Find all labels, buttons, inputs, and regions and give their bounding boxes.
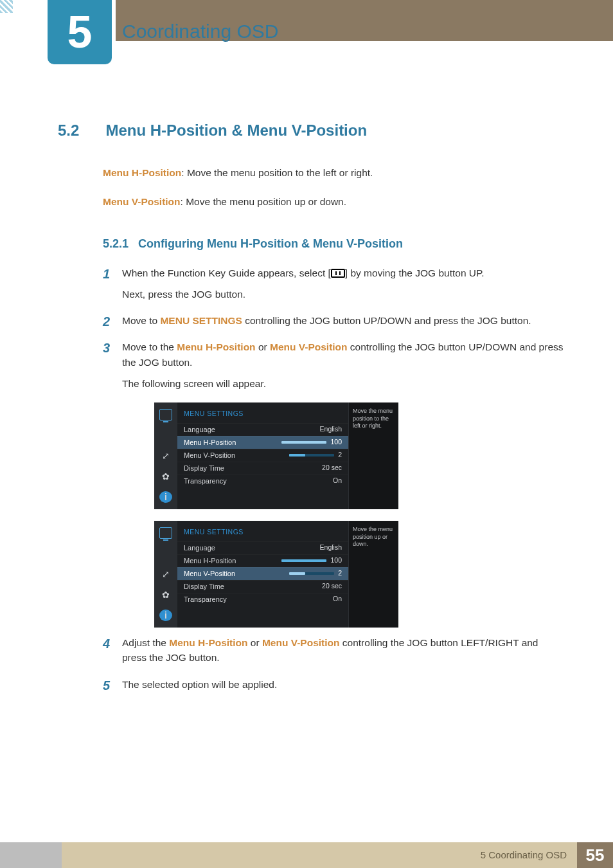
osd-label-displaytime: Display Time [184,463,224,474]
gear-icon: ✿ [159,471,172,482]
slider-vpos [289,454,334,457]
step-5: The selected option will be applied. [103,677,565,692]
osd-label-vpos: Menu V-Position [184,450,235,461]
step-3-mid: or [256,341,270,352]
term-h-position: Menu H-Position [103,167,181,178]
section-heading: 5.2 Menu H-Position & Menu V-Position [58,119,565,142]
osd-value-displaytime-2: 20 sec [322,581,342,592]
step-1-next: Next, press the JOG button. [122,287,565,302]
step-3-a: Move to the [122,341,177,352]
page-number: 55 [577,842,613,868]
footer-chapter-label: 5 Coordinating OSD [62,842,577,868]
step-1: When the Function Key Guide appears, sel… [103,266,565,302]
section-title: Menu H-Position & Menu V-Position [105,122,367,139]
osd-tip-h: Move the menu position to the left or ri… [348,402,398,509]
step-4-mid: or [248,637,262,648]
osd-row-display-time: Display Time 20 sec [177,462,348,475]
list-icon [159,429,172,441]
step-2-b: controlling the JOG button UP/DOWN and p… [242,315,531,326]
osd-value-displaytime: 20 sec [322,463,342,473]
osd-row-h-position-selected: Menu H-Position 100 [177,436,348,449]
list-icon [159,548,172,559]
osd-value-vpos-2: 2 [338,568,342,579]
osd-row-language-2: Language English [177,541,348,554]
info-icon: i [159,610,172,621]
osd-value-hpos: 100 [330,437,342,448]
osd-tip-v: Move the menu position up or down. [348,521,398,628]
osd-row-transparency: Transparency On [177,475,348,487]
step-1-text-b: ] by moving the JOG button UP. [345,267,484,278]
term-menu-v: Menu V-Position [270,341,348,352]
steps-list: When the Function Key Guide appears, sel… [103,266,565,392]
osd-label-displaytime-2: Display Time [184,581,224,592]
subsection-number: 5.2.1 [103,237,129,250]
page-footer: 5 Coordinating OSD 55 [0,842,613,868]
content-area: 5.2 Menu H-Position & Menu V-Position Me… [58,119,565,703]
step-2: Move to MENU SETTINGS controlling the JO… [103,313,565,328]
osd-panel-v-position: ⤢ ✿ i MENU SETTINGS Language English Men… [154,521,398,628]
step-1-text-a: When the Function Key Guide appears, sel… [122,267,331,278]
subsection-title: Configuring Menu H-Position & Menu V-Pos… [138,237,403,250]
osd-label-transparency: Transparency [184,476,227,487]
term-menu-v-2: Menu V-Position [262,637,340,648]
definition-v: Menu V-Position: Move the menu position … [103,194,565,209]
osd-value-language: English [320,424,342,435]
step-3-next: The following screen will appear. [122,376,565,391]
definition-h-text: : Move the menu position to the left or … [181,167,373,178]
definition-h: Menu H-Position: Move the menu position … [103,165,565,180]
osd-value-vpos: 2 [338,450,342,460]
step-2-a: Move to [122,315,160,326]
osd-icon-bar: ⤢ ✿ i [154,402,177,509]
osd-row-transparency-2: Transparency On [177,593,348,606]
corner-hatch [0,0,13,13]
slider-hpos [281,441,326,444]
slider-vpos-2 [289,572,334,575]
chapter-title: Coordinating OSD [122,17,278,46]
osd-row-v-position: Menu V-Position 2 [177,449,348,462]
osd-label-hpos-2: Menu H-Position [184,556,236,566]
osd-icon-bar-2: ⤢ ✿ i [154,521,177,628]
section-number: 5.2 [58,119,103,142]
osd-figures: ⤢ ✿ i MENU SETTINGS Language English Men… [103,402,565,628]
osd-label-transparency-2: Transparency [184,594,227,605]
steps-list-2: Adjust the Menu H-Position or Menu V-Pos… [103,635,565,692]
term-menu-h: Menu H-Position [177,341,255,352]
osd-row-display-time-2: Display Time 20 sec [177,580,348,593]
osd-panel-h-position: ⤢ ✿ i MENU SETTINGS Language English Men… [154,402,398,509]
term-menu-h-2: Menu H-Position [169,637,247,648]
osd-label-hpos: Menu H-Position [184,437,236,448]
step-5-text: The selected option will be applied. [122,679,277,690]
size-icon: ⤢ [159,568,172,580]
osd-label-vpos-2: Menu V-Position [184,568,235,579]
step-4: Adjust the Menu H-Position or Menu V-Pos… [103,635,565,665]
osd-label-language: Language [184,424,215,435]
osd-list-2: MENU SETTINGS Language English Menu H-Po… [177,521,348,628]
chapter-number-tab: 5 [48,0,112,64]
osd-value-transparency-2: On [333,594,342,604]
footer-left-block [0,842,62,868]
osd-value-hpos-2: 100 [330,556,342,566]
step-3: Move to the Menu H-Position or Menu V-Po… [103,339,565,391]
osd-list: MENU SETTINGS Language English Menu H-Po… [177,402,348,509]
monitor-icon [159,527,172,539]
monitor-icon [159,409,172,420]
gear-icon: ✿ [159,589,172,601]
definition-v-text: : Move the menu position up or down. [181,196,346,207]
osd-label-language-2: Language [184,543,215,554]
info-icon: i [159,491,172,503]
term-v-position: Menu V-Position [103,196,181,207]
osd-row-language: Language English [177,423,348,436]
step-4-a: Adjust the [122,637,169,648]
osd-value-language-2: English [320,543,342,553]
osd-heading: MENU SETTINGS [177,406,348,423]
osd-row-h-position-2: Menu H-Position 100 [177,554,348,567]
subsection-heading: 5.2.1 Configuring Menu H-Position & Menu… [103,235,565,253]
osd-row-v-position-selected: Menu V-Position 2 [177,567,348,580]
osd-heading-2: MENU SETTINGS [177,525,348,541]
menu-icon [331,269,345,278]
chapter-number: 5 [67,10,93,55]
term-menu-settings: MENU SETTINGS [160,315,242,326]
size-icon: ⤢ [159,450,172,462]
slider-hpos-2 [281,559,326,562]
osd-value-transparency: On [333,476,342,486]
